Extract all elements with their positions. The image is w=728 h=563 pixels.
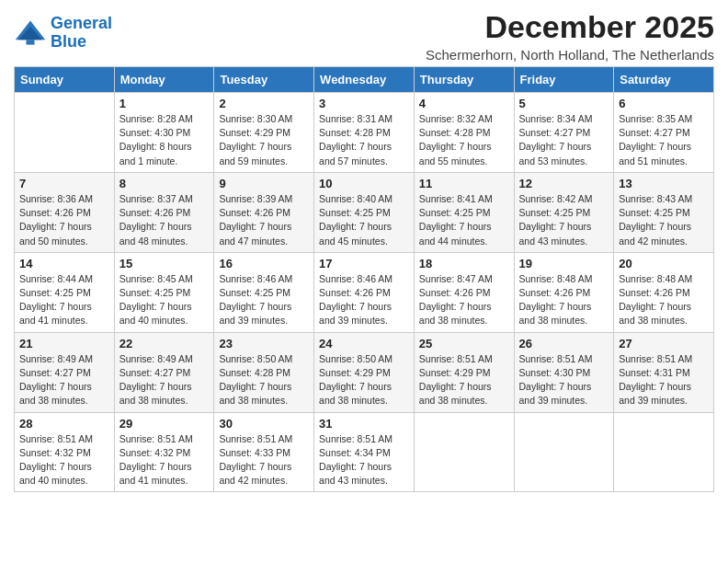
- day-info: Sunrise: 8:34 AMSunset: 4:27 PMDaylight:…: [519, 112, 609, 168]
- day-info: Sunrise: 8:50 AMSunset: 4:28 PMDaylight:…: [219, 352, 309, 408]
- day-info: Sunrise: 8:32 AMSunset: 4:28 PMDaylight:…: [419, 112, 509, 168]
- calendar-table: Sunday Monday Tuesday Wednesday Thursday…: [14, 66, 714, 492]
- day-number: 16: [219, 257, 309, 270]
- header-monday: Monday: [114, 67, 214, 93]
- calendar-cell-w3-d5: 19 Sunrise: 8:48 AMSunset: 4:26 PMDaylig…: [514, 252, 614, 332]
- calendar-cell-w4-d5: 26 Sunrise: 8:51 AMSunset: 4:30 PMDaylig…: [514, 332, 614, 412]
- day-number: 7: [19, 177, 109, 190]
- day-number: 12: [519, 177, 609, 190]
- week-row-4: 21 Sunrise: 8:49 AMSunset: 4:27 PMDaylig…: [15, 332, 714, 412]
- page-header: General Blue December 2025 Schermerhorn,…: [14, 9, 714, 63]
- day-info: Sunrise: 8:31 AMSunset: 4:28 PMDaylight:…: [319, 112, 409, 168]
- day-number: 1: [119, 97, 210, 110]
- calendar-cell-w1-d5: 5 Sunrise: 8:34 AMSunset: 4:27 PMDayligh…: [514, 93, 614, 173]
- day-number: 21: [19, 337, 109, 350]
- calendar-cell-w2-d0: 7 Sunrise: 8:36 AMSunset: 4:26 PMDayligh…: [15, 172, 115, 252]
- week-row-3: 14 Sunrise: 8:44 AMSunset: 4:25 PMDaylig…: [15, 252, 714, 332]
- day-info: Sunrise: 8:51 AMSunset: 4:33 PMDaylight:…: [219, 432, 309, 488]
- day-info: Sunrise: 8:39 AMSunset: 4:26 PMDaylight:…: [219, 192, 309, 248]
- day-info: Sunrise: 8:51 AMSunset: 4:30 PMDaylight:…: [519, 352, 609, 408]
- calendar-cell-w2-d6: 13 Sunrise: 8:43 AMSunset: 4:25 PMDaylig…: [614, 172, 714, 252]
- calendar-cell-w3-d3: 17 Sunrise: 8:46 AMSunset: 4:26 PMDaylig…: [314, 252, 415, 332]
- day-info: Sunrise: 8:48 AMSunset: 4:26 PMDaylight:…: [519, 272, 609, 328]
- day-number: 22: [119, 337, 210, 350]
- header-tuesday: Tuesday: [214, 67, 314, 93]
- calendar-cell-w3-d6: 20 Sunrise: 8:48 AMSunset: 4:26 PMDaylig…: [614, 252, 714, 332]
- calendar-cell-w5-d5: [514, 412, 614, 492]
- day-number: 5: [519, 97, 609, 110]
- day-info: Sunrise: 8:51 AMSunset: 4:32 PMDaylight:…: [119, 432, 210, 488]
- logo: General Blue: [14, 15, 112, 52]
- day-info: Sunrise: 8:46 AMSunset: 4:26 PMDaylight:…: [319, 272, 409, 328]
- day-info: Sunrise: 8:49 AMSunset: 4:27 PMDaylight:…: [119, 352, 210, 408]
- logo-line2: Blue: [51, 32, 86, 51]
- svg-rect-2: [27, 40, 35, 44]
- calendar-cell-w3-d2: 16 Sunrise: 8:46 AMSunset: 4:25 PMDaylig…: [214, 252, 314, 332]
- day-number: 19: [519, 257, 609, 270]
- day-number: 20: [619, 257, 709, 270]
- calendar-cell-w5-d6: [614, 412, 714, 492]
- day-number: 9: [219, 177, 309, 190]
- day-number: 14: [19, 257, 109, 270]
- day-info: Sunrise: 8:49 AMSunset: 4:27 PMDaylight:…: [19, 352, 109, 408]
- logo-icon: [14, 17, 47, 50]
- day-info: Sunrise: 8:44 AMSunset: 4:25 PMDaylight:…: [19, 272, 109, 328]
- calendar-cell-w3-d0: 14 Sunrise: 8:44 AMSunset: 4:25 PMDaylig…: [15, 252, 115, 332]
- day-info: Sunrise: 8:50 AMSunset: 4:29 PMDaylight:…: [319, 352, 409, 408]
- week-row-2: 7 Sunrise: 8:36 AMSunset: 4:26 PMDayligh…: [15, 172, 714, 252]
- header-friday: Friday: [514, 67, 614, 93]
- calendar-cell-w1-d0: [15, 93, 115, 173]
- day-number: 26: [519, 337, 609, 350]
- day-info: Sunrise: 8:46 AMSunset: 4:25 PMDaylight:…: [219, 272, 309, 328]
- logo-text: General Blue: [51, 15, 112, 52]
- calendar-cell-w1-d3: 3 Sunrise: 8:31 AMSunset: 4:28 PMDayligh…: [314, 93, 415, 173]
- day-number: 6: [619, 97, 709, 110]
- location-title: Schermerhorn, North Holland, The Netherl…: [426, 47, 714, 63]
- title-section: December 2025 Schermerhorn, North Hollan…: [426, 9, 714, 63]
- day-info: Sunrise: 8:42 AMSunset: 4:25 PMDaylight:…: [519, 192, 609, 248]
- calendar-cell-w2-d5: 12 Sunrise: 8:42 AMSunset: 4:25 PMDaylig…: [514, 172, 614, 252]
- header-sunday: Sunday: [15, 67, 115, 93]
- day-number: 24: [319, 337, 409, 350]
- day-info: Sunrise: 8:45 AMSunset: 4:25 PMDaylight:…: [119, 272, 210, 328]
- day-number: 30: [219, 417, 309, 431]
- day-number: 15: [119, 257, 210, 270]
- day-info: Sunrise: 8:48 AMSunset: 4:26 PMDaylight:…: [619, 272, 709, 328]
- day-info: Sunrise: 8:43 AMSunset: 4:25 PMDaylight:…: [619, 192, 709, 248]
- calendar-cell-w1-d1: 1 Sunrise: 8:28 AMSunset: 4:30 PMDayligh…: [114, 93, 214, 173]
- day-number: 4: [419, 97, 509, 110]
- calendar-cell-w5-d1: 29 Sunrise: 8:51 AMSunset: 4:32 PMDaylig…: [114, 412, 214, 492]
- calendar-cell-w4-d6: 27 Sunrise: 8:51 AMSunset: 4:31 PMDaylig…: [614, 332, 714, 412]
- day-info: Sunrise: 8:47 AMSunset: 4:26 PMDaylight:…: [419, 272, 509, 328]
- calendar-cell-w3-d1: 15 Sunrise: 8:45 AMSunset: 4:25 PMDaylig…: [114, 252, 214, 332]
- day-number: 8: [119, 177, 210, 190]
- week-row-5: 28 Sunrise: 8:51 AMSunset: 4:32 PMDaylig…: [15, 412, 714, 492]
- calendar-cell-w5-d3: 31 Sunrise: 8:51 AMSunset: 4:34 PMDaylig…: [314, 412, 415, 492]
- day-number: 17: [319, 257, 409, 270]
- calendar-cell-w2-d4: 11 Sunrise: 8:41 AMSunset: 4:25 PMDaylig…: [414, 172, 514, 252]
- header-row: Sunday Monday Tuesday Wednesday Thursday…: [15, 67, 714, 93]
- calendar-cell-w1-d4: 4 Sunrise: 8:32 AMSunset: 4:28 PMDayligh…: [414, 93, 514, 173]
- header-saturday: Saturday: [614, 67, 714, 93]
- header-wednesday: Wednesday: [314, 67, 415, 93]
- day-number: 11: [419, 177, 509, 190]
- calendar-cell-w2-d3: 10 Sunrise: 8:40 AMSunset: 4:25 PMDaylig…: [314, 172, 415, 252]
- calendar-cell-w5-d0: 28 Sunrise: 8:51 AMSunset: 4:32 PMDaylig…: [15, 412, 115, 492]
- calendar-cell-w4-d4: 25 Sunrise: 8:51 AMSunset: 4:29 PMDaylig…: [414, 332, 514, 412]
- day-info: Sunrise: 8:51 AMSunset: 4:31 PMDaylight:…: [619, 352, 709, 408]
- day-info: Sunrise: 8:41 AMSunset: 4:25 PMDaylight:…: [419, 192, 509, 248]
- logo-line1: General: [51, 14, 112, 32]
- month-title: December 2025: [426, 9, 714, 45]
- week-row-1: 1 Sunrise: 8:28 AMSunset: 4:30 PMDayligh…: [15, 93, 714, 173]
- day-info: Sunrise: 8:51 AMSunset: 4:29 PMDaylight:…: [419, 352, 509, 408]
- calendar-cell-w4-d0: 21 Sunrise: 8:49 AMSunset: 4:27 PMDaylig…: [15, 332, 115, 412]
- day-number: 27: [619, 337, 709, 350]
- calendar-cell-w4-d1: 22 Sunrise: 8:49 AMSunset: 4:27 PMDaylig…: [114, 332, 214, 412]
- calendar-cell-w1-d2: 2 Sunrise: 8:30 AMSunset: 4:29 PMDayligh…: [214, 93, 314, 173]
- header-thursday: Thursday: [414, 67, 514, 93]
- day-number: 23: [219, 337, 309, 350]
- day-info: Sunrise: 8:40 AMSunset: 4:25 PMDaylight:…: [319, 192, 409, 248]
- day-info: Sunrise: 8:51 AMSunset: 4:34 PMDaylight:…: [319, 432, 409, 488]
- day-number: 28: [19, 417, 109, 431]
- calendar-cell-w1-d6: 6 Sunrise: 8:35 AMSunset: 4:27 PMDayligh…: [614, 93, 714, 173]
